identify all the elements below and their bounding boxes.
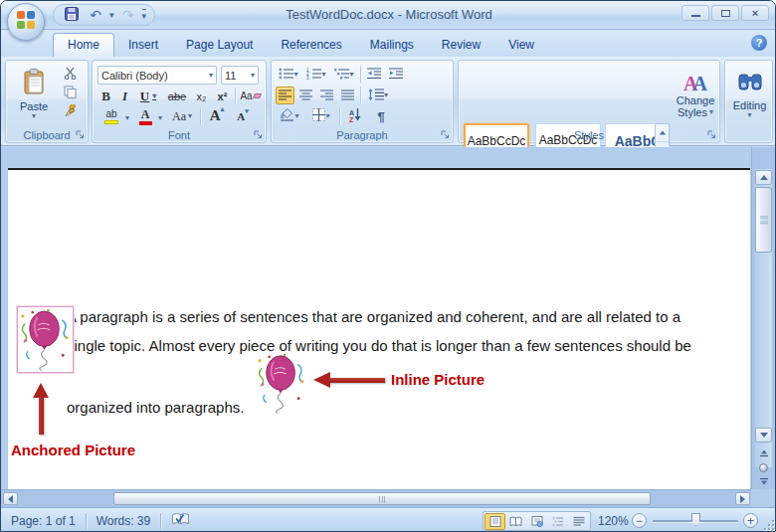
superscript-button[interactable]: x² — [213, 88, 232, 104]
tab-references[interactable]: References — [267, 34, 355, 57]
clipboard-dialog-launcher[interactable] — [74, 128, 86, 140]
zoom-out-button[interactable]: − — [632, 513, 647, 528]
anchored-picture[interactable] — [17, 306, 74, 373]
document-area[interactable]: A paragraph is a series of sentences tha… — [1, 147, 753, 489]
grow-font-caret-icon: ▴ — [221, 105, 225, 113]
font-color-dropdown-icon[interactable]: ▾ — [158, 114, 162, 122]
zoom-in-button[interactable]: + — [743, 513, 758, 528]
change-styles-button[interactable]: AA Change Styles ▾ — [674, 65, 717, 126]
change-styles-icon: AA — [683, 74, 707, 93]
tab-insert[interactable]: Insert — [114, 34, 172, 57]
shrink-font-button[interactable]: A ▾ — [232, 107, 254, 125]
styles-dialog-launcher[interactable] — [705, 128, 717, 140]
align-left-button[interactable] — [276, 87, 294, 104]
web-layout-view-button[interactable] — [526, 513, 547, 530]
tab-view[interactable]: View — [494, 34, 548, 57]
draft-icon — [573, 516, 585, 527]
paragraph-text-line-3[interactable]: organized into paragraphs. — [67, 399, 244, 416]
zoom-slider-handle[interactable] — [691, 513, 700, 526]
hscroll-thumb[interactable] — [113, 492, 651, 505]
multilevel-list-button[interactable]: ▾ — [331, 66, 357, 83]
tab-mailings[interactable]: Mailings — [356, 34, 428, 57]
font-size-combo[interactable]: 11 ▾ — [221, 66, 259, 85]
decrease-indent-button[interactable] — [364, 66, 384, 83]
zoom-level-button[interactable]: 120% — [598, 514, 629, 528]
grow-font-button[interactable]: A ▴ — [205, 105, 229, 125]
subscript-button[interactable]: x₂ — [192, 88, 211, 104]
font-name-combo[interactable]: Calibri (Body) ▾ — [97, 66, 217, 85]
borders-button[interactable]: ▾ — [307, 107, 335, 125]
underline-button[interactable]: U ▾ — [135, 88, 161, 104]
paste-dropdown-icon: ▾ — [32, 112, 36, 120]
font-color-button[interactable]: A — [133, 107, 157, 125]
paste-button[interactable]: Paste ▾ — [14, 65, 54, 124]
office-logo-icon — [15, 9, 37, 35]
draft-view-button[interactable] — [568, 513, 589, 530]
page-count-status[interactable]: Page: 1 of 1 — [1, 514, 86, 528]
tab-page-layout[interactable]: Page Layout — [172, 34, 267, 57]
minimize-button[interactable] — [681, 5, 709, 21]
increase-indent-button[interactable] — [386, 66, 406, 83]
outline-view-button[interactable] — [547, 513, 568, 530]
scroll-left-button[interactable] — [3, 492, 18, 505]
bold-label: B — [101, 89, 110, 104]
numbering-button[interactable]: 123 ▾ — [303, 66, 329, 83]
copy-button[interactable] — [60, 85, 80, 102]
maximize-button[interactable] — [711, 5, 739, 21]
font-dialog-launcher[interactable] — [252, 128, 264, 140]
change-styles-line2: Styles — [678, 106, 707, 118]
scroll-right-button[interactable] — [735, 492, 750, 505]
horizontal-scrollbar[interactable] — [1, 489, 753, 507]
print-layout-icon — [489, 516, 501, 527]
bullets-button[interactable]: ▾ — [276, 66, 301, 83]
scroll-down-button[interactable] — [755, 428, 772, 443]
help-button[interactable]: ? — [751, 35, 767, 51]
change-case-label: Aa — [172, 109, 186, 124]
next-page-button[interactable] — [755, 474, 772, 488]
vertical-scrollbar[interactable] — [751, 147, 775, 489]
highlight-color-button[interactable]: ab — [97, 107, 125, 125]
align-center-button[interactable] — [296, 87, 315, 104]
cut-button[interactable] — [60, 66, 80, 84]
word-count-status[interactable]: Words: 39 — [87, 514, 160, 528]
page[interactable]: A paragraph is a series of sentences tha… — [8, 168, 750, 489]
close-button[interactable]: × — [741, 5, 769, 21]
align-right-button[interactable] — [317, 87, 336, 104]
sort-button[interactable]: A Z — [343, 107, 367, 125]
format-painter-button[interactable] — [60, 103, 80, 121]
editing-button[interactable]: Editing ▾ — [729, 65, 770, 126]
select-browse-object-button[interactable] — [759, 463, 768, 472]
clear-formatting-button[interactable]: Aa — [239, 88, 262, 104]
strikethrough-button[interactable]: abe — [164, 88, 190, 104]
previous-page-button[interactable] — [755, 446, 772, 460]
print-layout-view-button[interactable] — [485, 513, 505, 530]
group-editing: Editing ▾ — [724, 60, 773, 143]
tab-review[interactable]: Review — [428, 34, 494, 57]
svg-text:3: 3 — [306, 75, 309, 79]
tab-home[interactable]: Home — [53, 33, 114, 57]
paragraph-text-line-2[interactable]: single topic. Almost every piece of writ… — [67, 337, 691, 354]
justify-button[interactable] — [338, 87, 357, 104]
paragraph-dialog-launcher[interactable] — [439, 128, 451, 140]
vscroll-thumb[interactable] — [755, 187, 772, 253]
bold-button[interactable]: B — [97, 88, 114, 104]
highlight-dropdown-icon[interactable]: ▾ — [125, 114, 129, 122]
clear-formatting-label: Aa — [240, 90, 252, 101]
change-case-button[interactable]: Aa ▾ — [168, 107, 196, 125]
scroll-up-button[interactable] — [755, 170, 772, 185]
font-name-value: Calibri (Body) — [101, 70, 168, 82]
spellcheck-status-button[interactable] — [161, 512, 200, 529]
show-hide-pilcrow-button[interactable]: ¶ — [371, 107, 391, 125]
shading-button[interactable]: ▾ — [276, 107, 303, 125]
next-page-icon — [760, 481, 766, 485]
inline-picture[interactable] — [254, 353, 310, 415]
window-resize-grip[interactable] — [762, 518, 774, 530]
italic-button[interactable]: I — [116, 88, 133, 104]
hscroll-grip — [379, 496, 385, 503]
anchored-arrow-shaft — [39, 397, 44, 435]
paragraph-text-line-1[interactable]: A paragraph is a series of sentences tha… — [67, 308, 680, 325]
office-button[interactable] — [7, 3, 45, 41]
line-spacing-button[interactable]: ▾ — [364, 87, 392, 104]
full-screen-reading-view-button[interactable] — [505, 513, 526, 530]
change-styles-line1: Change — [677, 94, 715, 106]
